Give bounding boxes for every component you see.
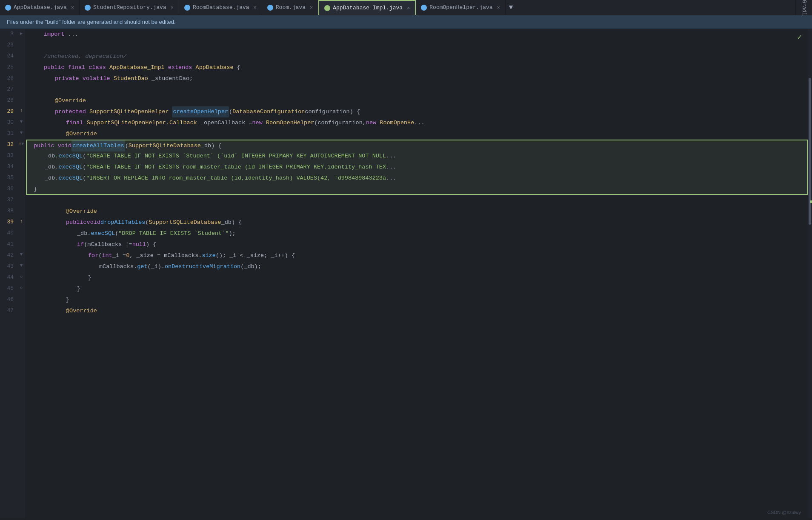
gutter-row-31: 31 ▼ — [0, 129, 26, 140]
fold-icon-30[interactable]: ▼ — [20, 119, 23, 124]
tab-close-icon[interactable]: ✕ — [497, 4, 500, 11]
tab-label: AppDatabase.java — [14, 4, 67, 11]
fold-icon-43[interactable]: ▼ — [20, 263, 23, 268]
gutter-row-29: 29 ↑ — [0, 106, 26, 117]
line-number-40: 40 — [0, 228, 17, 236]
comment-text: /unchecked, deprecation/ — [44, 51, 126, 62]
fn-dropalltables: dropAllTables — [100, 217, 145, 228]
line-number-33: 33 — [0, 151, 17, 159]
code-line-28: @Override — [26, 95, 808, 106]
line-number-47: 47 — [0, 306, 17, 314]
tab-label: Room.java — [276, 4, 306, 11]
tab-appdatabase[interactable]: AppDatabase.java ✕ — [0, 0, 80, 15]
ide-window: AppDatabase.java ✕ StudentRepository.jav… — [0, 0, 812, 518]
gutter-icons-47 — [17, 306, 26, 307]
code-text: ... — [68, 29, 78, 40]
tab-close-icon[interactable]: ✕ — [254, 4, 257, 11]
tab-close-icon[interactable]: ✕ — [407, 5, 410, 11]
gutter-row-25: 25 — [0, 62, 26, 73]
gutter-row-34: 34 — [0, 162, 26, 173]
gutter-icons-32: ↑ ▼ — [17, 140, 26, 146]
code-line-43: mCallbacks. get (_i). onDestructiveMigra… — [26, 261, 808, 272]
gutter-row-33: 33 — [0, 151, 26, 162]
gutter-icons-42: ▼ — [17, 250, 26, 257]
warning-icon-39: ↑ — [20, 219, 23, 224]
gutter-icons-46 — [17, 294, 26, 296]
line-number-3: 3 — [0, 29, 17, 37]
gutter-row-32: 32 ↑ ▼ — [0, 140, 26, 151]
tab-label: AppDatabase_Impl.java — [333, 5, 403, 11]
code-line-30: final SupportSQLiteOpenHelper.Callback _… — [26, 117, 808, 129]
fold-icon-32[interactable]: ▼ — [21, 142, 24, 146]
gutter-row-27: 27 — [0, 84, 26, 95]
watermark: CSDN @hzulwy — [767, 510, 801, 515]
gutter-icons-28 — [17, 95, 26, 97]
tab-icon-java — [85, 5, 91, 11]
type-sqlitedb: SupportSQLiteDatabase — [129, 140, 201, 151]
kw-private: private — [55, 73, 79, 84]
code-line-46: } — [26, 294, 808, 306]
gutter-icons-29: ↑ — [17, 106, 26, 113]
tab-roomdatabase[interactable]: RoomDatabase.java ✕ — [179, 0, 262, 15]
code-line-36: } — [26, 184, 808, 195]
gradle-panel[interactable]: Gradle — [795, 0, 812, 15]
line-number-25: 25 — [0, 62, 17, 70]
gutter-icons-45: ◇ — [17, 283, 26, 290]
tab-close-icon[interactable]: ✕ — [71, 4, 74, 11]
tab-overflow-button[interactable]: ▼ — [506, 4, 517, 11]
tab-icon-java — [421, 5, 427, 11]
code-text — [65, 29, 68, 40]
fold-icon-3[interactable]: ▶ — [20, 31, 23, 36]
annotation-override-4: @Override — [66, 306, 97, 317]
str-drop-student: "DROP TABLE IF EXISTS `Student`" — [118, 228, 229, 239]
code-line-23 — [26, 40, 808, 51]
gutter-row-42: 42 ▼ — [0, 250, 26, 261]
line-number-32: 32 — [0, 140, 17, 148]
line-number-30: 30 — [0, 117, 17, 126]
line-number-41: 41 — [0, 239, 17, 247]
line-number-29: 29 — [0, 106, 17, 114]
fn-execsql-drop: execSQL — [91, 228, 115, 239]
str-create-master: "CREATE TABLE IF NOT EXISTS room_master_… — [86, 162, 386, 173]
fn-execsql-1: execSQL — [58, 151, 83, 162]
class-name: AppDatabase_Impl — [109, 62, 165, 73]
vertical-scrollbar[interactable] — [808, 29, 812, 518]
checkmark-icon: ✓ — [797, 32, 802, 42]
fold-icon-42[interactable]: ▼ — [20, 252, 23, 257]
gutter-icons-27 — [17, 84, 26, 86]
gutter-icons-23 — [17, 40, 26, 42]
str-create-student: "CREATE TABLE IF NOT EXISTS `Student` (`… — [86, 151, 386, 162]
tab-icon-java — [324, 5, 330, 11]
line-number-45: 45 — [0, 283, 17, 291]
gutter-row-26: 26 — [0, 73, 26, 84]
tab-studentrepository[interactable]: StudentRepository.java ✕ — [80, 0, 179, 15]
gutter-icons-44: ◇ — [17, 272, 26, 279]
tab-icon-java — [267, 5, 273, 11]
diamond-icon-45: ◇ — [20, 285, 23, 290]
kw-protected: protected — [55, 106, 86, 117]
tab-appdatabase-impl[interactable]: AppDatabase_Impl.java ✕ — [318, 0, 416, 15]
line-gutter: 3 ▶ 23 24 25 26 — [0, 29, 26, 518]
tab-label: StudentRepository.java — [93, 4, 166, 11]
tab-icon-java — [5, 5, 11, 11]
str-insert-master: "INSERT OR REPLACE INTO room_master_tabl… — [86, 173, 386, 184]
code-line-24: /unchecked, deprecation/ — [26, 51, 808, 62]
gutter-row-38: 38 — [0, 206, 26, 217]
gutter-icons-37 — [17, 195, 26, 197]
code-line-27 — [26, 84, 808, 95]
tab-close-icon[interactable]: ✕ — [310, 4, 313, 11]
annotation-override-3: @Override — [66, 206, 97, 217]
code-line-39: public void dropAllTables ( SupportSQLit… — [26, 217, 808, 228]
line-number-35: 35 — [0, 173, 17, 181]
code-line-33: _db. execSQL ( "CREATE TABLE IF NOT EXIS… — [26, 151, 808, 162]
tab-roomopenhelper[interactable]: RoomOpenHelper.java ✕ — [416, 0, 505, 15]
parent-class: AppDatabase — [196, 62, 234, 73]
gutter-row-43: 43 ▼ — [0, 261, 26, 272]
code-line-45: } — [26, 283, 808, 294]
gutter-row-24: 24 — [0, 51, 26, 62]
tab-room[interactable]: Room.java ✕ — [262, 0, 318, 15]
fold-icon-31[interactable]: ▼ — [20, 130, 23, 135]
gutter-row-30: 30 ▼ — [0, 117, 26, 129]
tab-close-icon[interactable]: ✕ — [171, 4, 174, 11]
warning-icon-29: ↑ — [20, 108, 23, 113]
